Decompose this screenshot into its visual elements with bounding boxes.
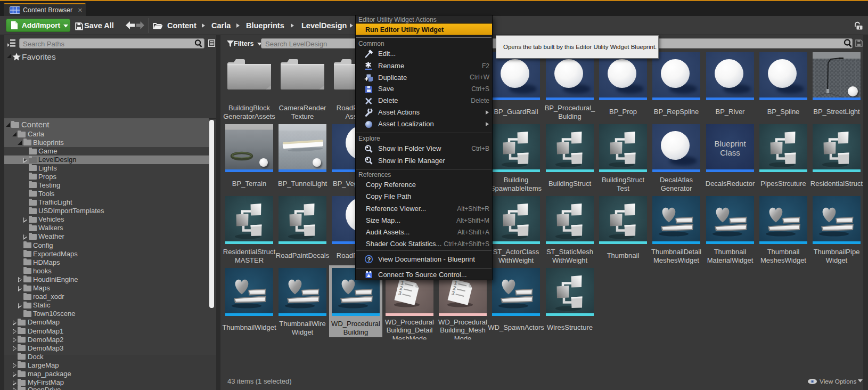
svg-text:?: ? (367, 256, 371, 263)
